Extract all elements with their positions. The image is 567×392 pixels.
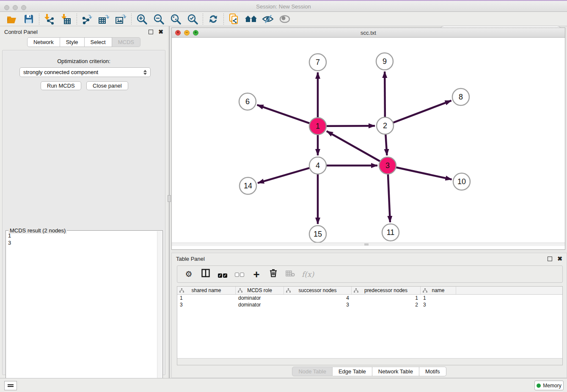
graph-node-7[interactable]: 7 [309,54,326,71]
zoom-in-icon[interactable] [133,13,150,25]
graph-node-11[interactable]: 11 [382,224,399,241]
svg-text:1: 1 [316,122,320,130]
table-cell[interactable]: dominator [236,301,284,308]
column-header-predecessor-nodes[interactable]: predecessor nodes [352,287,421,294]
graph-node-3[interactable]: 3 [379,157,396,174]
import-network-icon[interactable] [41,13,58,25]
zoom-selected-icon[interactable] [184,13,201,25]
table-row[interactable]: 1dominator411 [177,295,562,301]
graph-node-1[interactable]: 1 [309,118,326,135]
column-header-successor-nodes[interactable]: successor nodes [284,287,352,294]
table-settings-gear-icon[interactable]: ⚙ [183,269,194,279]
tab-edge-table[interactable]: Edge Table [333,367,372,376]
tab-motifs[interactable]: Motifs [419,367,446,376]
memory-button[interactable]: Memory [534,381,564,390]
close-panel-icon[interactable]: ✖ [557,257,562,261]
result-scrollbar[interactable] [157,231,162,389]
table-cell[interactable]: 1 [177,295,236,301]
control-panel-title: Control Panel [4,29,38,35]
graph-node-9[interactable]: 9 [376,53,393,70]
graph-node-14[interactable]: 14 [239,177,256,194]
graph-node-2[interactable]: 2 [377,117,394,134]
table-header-row: shared nameMCDS rolesuccessor nodesprede… [177,287,562,295]
edge-2-3[interactable] [385,134,387,155]
panel-splitter[interactable] [169,26,170,378]
optimization-criterion-select[interactable]: strongly connected component [19,67,151,77]
add-column-plus-icon[interactable]: + [251,270,262,279]
table-cell[interactable]: 3 [284,301,352,308]
tab-network-table[interactable]: Network Table [372,367,419,376]
deselect-all-columns-icon[interactable] [234,270,245,279]
network-window-title: scc.txt [172,30,565,36]
graph-node-15[interactable]: 15 [309,226,326,243]
save-session-icon[interactable] [20,13,37,25]
float-panel-icon[interactable] [149,30,153,34]
column-header-shared-name[interactable]: shared name [177,287,236,294]
table-panel-title: Table Panel [176,256,205,262]
duplicate-network-icon[interactable] [226,13,242,25]
delete-column-trash-icon[interactable] [268,269,279,279]
edge-1-6[interactable] [257,105,310,123]
network-graph[interactable]: 7968124314101511 [172,38,565,243]
edge-2-8[interactable] [393,101,451,123]
select-all-columns-icon[interactable]: ✓✓ [217,270,228,279]
table-cell[interactable]: 3 [177,301,236,308]
export-table-icon[interactable] [96,13,113,25]
toolbar-separator [223,14,224,25]
table-cell[interactable]: 3 [421,301,456,308]
column-header-name[interactable]: name [421,287,456,294]
graph-node-10[interactable]: 10 [453,173,470,190]
zoom-fit-icon[interactable] [167,13,184,25]
table-cell[interactable]: 2 [352,301,421,308]
control-panel-header: Control Panel ✖ [0,26,168,37]
column-layout-icon[interactable] [200,269,211,279]
table-rows: 1dominator4113dominator323 [177,295,562,308]
tab-node-table[interactable]: Node Table [292,367,333,376]
export-image-icon[interactable] [113,13,129,25]
task-history-button[interactable] [4,381,17,390]
svg-text:11: 11 [387,228,395,237]
close-panel-icon[interactable]: ✖ [158,30,163,34]
table-row[interactable]: 3dominator323 [177,301,562,308]
splitter-handle[interactable] [168,195,171,202]
tab-style[interactable]: Style [60,37,85,47]
float-panel-icon[interactable] [548,257,552,261]
tab-mcds[interactable]: MCDS [112,37,140,47]
scrollbar-thumb[interactable] [364,243,369,246]
graph-node-8[interactable]: 8 [452,88,469,105]
table-cell[interactable]: dominator [236,295,284,301]
selected-option-label: strongly connected component [23,69,98,75]
node-table[interactable]: shared nameMCDS rolesuccessor nodesprede… [177,286,563,365]
tab-select[interactable]: Select [85,37,112,47]
table-cell[interactable]: 1 [421,295,456,301]
home-icon[interactable] [242,13,259,25]
close-panel-button[interactable]: Close panel [86,81,128,90]
edge-2-9[interactable] [385,72,385,117]
edge-4-14[interactable] [258,168,310,183]
graph-node-4[interactable]: 4 [309,157,326,174]
open-session-icon[interactable] [3,13,20,25]
list-icon [8,384,14,387]
show-panels-eye-icon[interactable] [276,13,293,25]
network-window-titlebar: × − + scc.txt [172,28,565,38]
edge-3-11[interactable] [388,174,390,222]
network-horizontal-scrollbar[interactable] [172,243,565,246]
zoom-out-icon[interactable] [150,13,167,25]
export-network-icon[interactable] [79,13,96,25]
apply-layout-icon[interactable] [205,13,222,25]
edge-3-1[interactable] [327,131,380,161]
tab-network[interactable]: Network [27,37,60,47]
edge-1-2[interactable] [326,126,375,126]
hide-panels-eye-icon[interactable] [259,13,276,25]
table-toolbar: ⚙ ✓✓ + f(x) [177,265,563,283]
toolbar-separator [203,14,203,25]
table-cell[interactable]: 4 [284,295,352,301]
table-horizontal-scrollbar[interactable] [177,358,562,365]
network-canvas[interactable]: 7968124314101511 [172,38,565,246]
table-cell[interactable]: 1 [352,295,421,301]
graph-node-6[interactable]: 6 [239,93,256,110]
run-mcds-button[interactable]: Run MCDS [41,81,81,90]
import-table-icon[interactable] [58,13,75,25]
column-header-MCDS-role[interactable]: MCDS role [236,287,284,294]
edge-3-10[interactable] [396,167,452,179]
